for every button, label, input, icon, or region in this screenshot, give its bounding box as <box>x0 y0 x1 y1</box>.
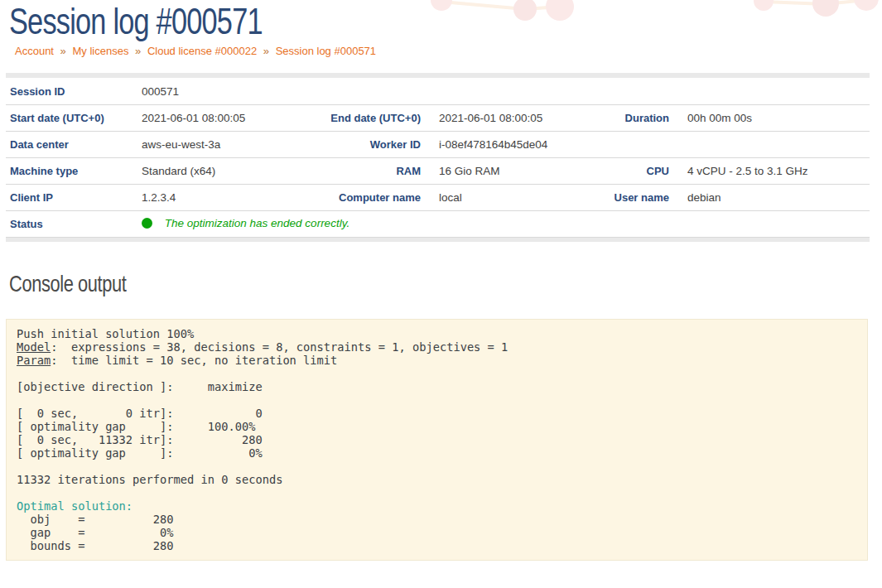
duration-label: Duration <box>575 104 674 131</box>
cpu-label: CPU <box>575 157 674 184</box>
machine-type-label: Machine type <box>6 157 138 184</box>
status-ok-icon <box>142 218 152 229</box>
page-title: Session log #000571 <box>9 2 690 41</box>
status-label: Status <box>6 210 138 237</box>
console-output-heading: Console output <box>9 272 690 297</box>
client-row: Client IP 1.2.3.4 Computer name local Us… <box>6 184 870 210</box>
start-date-label: Start date (UTC+0) <box>6 104 138 131</box>
breadcrumb-link-cloud-license[interactable]: Cloud license #000022 <box>147 45 257 57</box>
session-id-row: Session ID 000571 <box>6 78 870 104</box>
worker-id-value: i-08ef478164b45de04 <box>426 131 870 157</box>
user-name-label: User name <box>575 184 674 210</box>
ram-label: RAM <box>310 157 426 184</box>
machine-type-value: Standard (x64) <box>138 157 310 184</box>
console-param-text: : time limit = 10 sec, no iteration limi… <box>51 354 337 367</box>
breadcrumb-current-page: Session log #000571 <box>276 45 376 57</box>
user-name-value: debian <box>674 184 870 210</box>
duration-value: 00h 00m 00s <box>674 104 870 131</box>
computer-name-label: Computer name <box>310 184 426 210</box>
breadcrumb-separator: » <box>60 45 66 57</box>
console-model-text: : expressions = 38, decisions = 8, const… <box>51 340 508 354</box>
breadcrumb-separator: » <box>263 45 269 57</box>
client-ip-label: Client IP <box>6 184 138 210</box>
session-id-label: Session ID <box>6 78 138 104</box>
client-ip-value: 1.2.3.4 <box>138 184 310 210</box>
computer-name-value: local <box>426 184 575 210</box>
breadcrumb-link-account[interactable]: Account <box>15 45 54 57</box>
session-id-value: 000571 <box>138 78 870 104</box>
cpu-value: 4 vCPU - 2.5 to 3.1 GHz <box>674 157 870 184</box>
dates-row: Start date (UTC+0) 2021-06-01 08:00:05 E… <box>6 104 870 131</box>
console-param-label: Param <box>17 354 51 367</box>
console-optimal-label: Optimal solution: <box>17 499 133 513</box>
breadcrumb: Account » My licenses » Cloud license #0… <box>15 45 882 57</box>
end-date-label: End date (UTC+0) <box>310 104 426 131</box>
start-date-value: 2021-06-01 08:00:05 <box>138 104 310 131</box>
status-message: The optimization has ended correctly. <box>165 217 349 229</box>
console-log-body: [objective direction ]: maximize [ 0 sec… <box>17 380 282 486</box>
end-date-value: 2021-06-01 08:00:05 <box>426 104 575 131</box>
status-value-cell: The optimization has ended correctly. <box>138 210 870 237</box>
breadcrumb-link-my-licenses[interactable]: My licenses <box>72 45 128 57</box>
data-center-value: aws-eu-west-3a <box>138 131 310 157</box>
console-line: Push initial solution 100% <box>17 327 194 340</box>
datacenter-row: Data center aws-eu-west-3a Worker ID i-0… <box>6 131 870 157</box>
table-bottom-strip <box>6 237 870 242</box>
console-output: Push initial solution 100% Model: expres… <box>6 319 868 561</box>
console-solution-values: obj = 280 gap = 0% bounds = 280 <box>17 513 174 552</box>
console-model-label: Model <box>17 340 51 354</box>
worker-id-label: Worker ID <box>310 131 426 157</box>
breadcrumb-separator: » <box>135 45 141 57</box>
status-row: Status The optimization has ended correc… <box>6 210 870 237</box>
machine-row: Machine type Standard (x64) RAM 16 Gio R… <box>6 157 870 184</box>
ram-value: 16 Gio RAM <box>426 157 575 184</box>
data-center-label: Data center <box>6 131 138 157</box>
session-details-table: Session ID 000571 Start date (UTC+0) 202… <box>6 73 870 242</box>
